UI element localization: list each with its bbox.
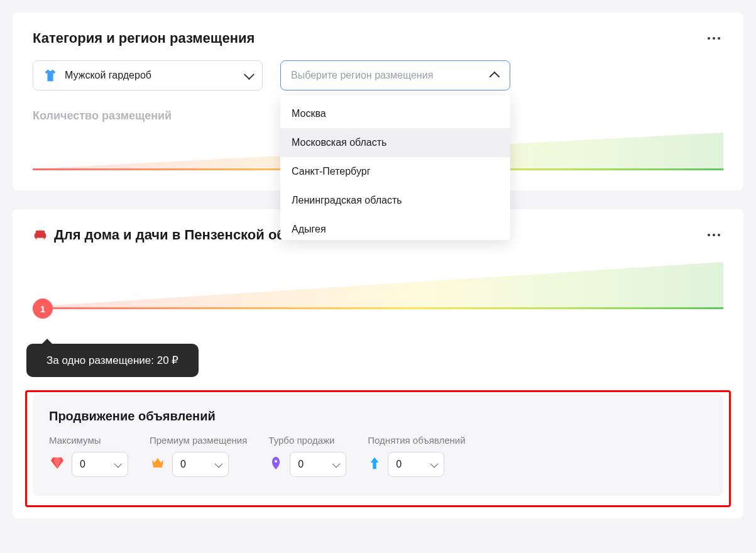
region-select[interactable]: Выберите регион размещения [280, 60, 510, 90]
chevron-down-icon [430, 459, 439, 468]
region-option[interactable]: Москва [280, 99, 510, 128]
promo-value: 0 [180, 459, 186, 470]
svg-point-0 [275, 460, 277, 463]
promo-value-select[interactable]: 0 [290, 452, 346, 477]
promo-label: Поднятия объявлений [368, 435, 465, 446]
promo-value: 0 [298, 459, 304, 470]
promo-item: Максимумы0 [49, 435, 128, 477]
chevron-down-icon [332, 459, 341, 468]
promo-box: Продвижение объявлений Максимумы0Премиум… [33, 394, 723, 496]
promo-title: Продвижение объявлений [49, 409, 707, 424]
promo-value: 0 [80, 459, 85, 470]
region-option[interactable]: Ленинградская область [280, 186, 510, 215]
category-select[interactable]: Мужской гардероб [33, 60, 263, 90]
rocket-icon [268, 456, 283, 473]
promo-row: Максимумы0Премиум размещения0Турбо прода… [49, 435, 707, 477]
chevron-down-icon [215, 459, 223, 468]
promo-value-select[interactable]: 0 [172, 452, 229, 477]
diamond-icon [49, 456, 65, 473]
promo-value-select[interactable]: 0 [388, 452, 444, 477]
promo-item: Поднятия объявлений0 [368, 435, 465, 477]
region-option[interactable]: Санкт-Петербург [280, 157, 510, 186]
card-header: Категория и регион размещения [33, 30, 723, 47]
region-option[interactable]: Московская область [280, 128, 510, 157]
placements-slider: 1 За одно размещение: 20 ₽ [33, 262, 723, 331]
crown-icon [150, 456, 166, 473]
region-option[interactable]: Адыгея [280, 215, 510, 240]
promo-label: Премиум размещения [150, 435, 247, 446]
arrowup-icon [368, 455, 381, 474]
couch-icon [33, 228, 48, 242]
promo-value: 0 [396, 459, 402, 470]
shirt-icon [43, 68, 57, 82]
selectors-row: Мужской гардероб Выберите регион размеще… [33, 60, 723, 90]
chevron-down-icon [114, 459, 123, 468]
more-icon[interactable] [704, 34, 723, 43]
promo-item: Турбо продажи0 [268, 435, 346, 477]
promo-label: Турбо продажи [268, 435, 346, 446]
chevron-down-icon [244, 69, 255, 80]
slider-handle[interactable]: 1 [33, 298, 53, 319]
region-placeholder: Выберите регион размещения [291, 70, 433, 81]
home-garden-card: Для дома и дачи в Пензенской области 1 З… [13, 209, 743, 518]
chevron-up-icon [489, 72, 500, 82]
price-tooltip: За одно размещение: 20 ₽ [26, 344, 199, 377]
promo-value-select[interactable]: 0 [72, 452, 128, 477]
category-value: Мужской гардероб [65, 70, 151, 81]
card-title: Категория и регион размещения [33, 30, 255, 47]
category-region-card: Категория и регион размещения Мужской га… [13, 13, 743, 190]
more-icon[interactable] [704, 231, 723, 239]
promo-item: Премиум размещения0 [150, 435, 247, 477]
region-dropdown[interactable]: МоскваМосковская областьСанкт-ПетербургЛ… [280, 96, 510, 240]
promo-label: Максимумы [49, 435, 128, 446]
